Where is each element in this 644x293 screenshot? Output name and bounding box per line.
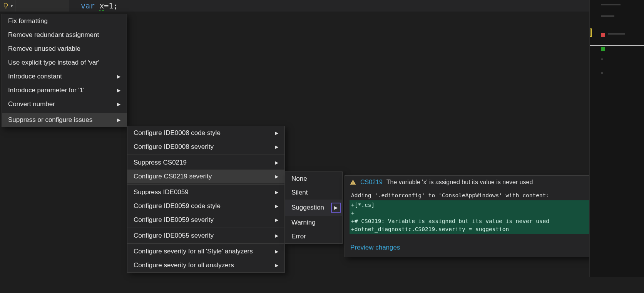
menu-item-label: Convert number xyxy=(8,100,55,108)
menu-item-label: Configure CS0219 severity xyxy=(134,173,212,180)
menu-separator xyxy=(2,112,127,112)
submenu-arrow-icon: ▶ xyxy=(275,160,278,165)
variable-name: x xyxy=(99,1,104,10)
chevron-down-icon: ▾ xyxy=(11,4,13,8)
submenu-arrow-icon: ▶ xyxy=(275,249,278,254)
submenu-arrow-icon: ▶ xyxy=(117,117,120,123)
submenu-arrow-icon: ▶ xyxy=(275,263,278,268)
menu-item[interactable]: Configure IDE0008 code style▶ xyxy=(127,126,284,140)
menu-item[interactable]: Suggestion▶ xyxy=(285,200,342,216)
submenu-arrow-icon: ▶ xyxy=(275,203,278,209)
menu-item[interactable]: Remove redundant assignment xyxy=(2,28,127,42)
preview-body: Adding '.editorconfig' to 'ConsoleAppWin… xyxy=(345,189,600,239)
menu-item-label: Remove unused variable xyxy=(8,45,80,53)
menu-item-label: Introduce parameter for '1' xyxy=(8,87,84,94)
editor-gutter xyxy=(15,0,69,12)
menu-item-label: Use explicit type instead of 'var' xyxy=(8,59,99,67)
menu-item[interactable]: Remove unused variable xyxy=(2,42,127,56)
menu-item[interactable]: Introduce parameter for '1'▶ xyxy=(2,83,127,97)
submenu-arrow-icon: ▶ xyxy=(275,190,278,195)
menu-item-label: Introduce constant xyxy=(8,73,62,80)
submenu-arrow-icon: ▶ xyxy=(117,74,120,79)
preview-header: CS0219 The variable 'x' is assigned but … xyxy=(345,176,600,189)
menu-item[interactable]: Configure IDE0059 severity▶ xyxy=(127,213,284,227)
menu-item-label: Configure IDE0008 severity xyxy=(134,143,214,151)
menu-item-label: Suppress or configure issues xyxy=(8,116,92,124)
menu-item-label: Configure severity for all analyzers xyxy=(134,261,234,269)
svg-rect-1 xyxy=(353,181,353,183)
code-text[interactable]: var x =1; xyxy=(69,0,118,12)
menu-item[interactable]: Configure IDE0059 code style▶ xyxy=(127,199,284,213)
menu-item-label: Suggestion xyxy=(291,204,324,211)
submenu-arrow-icon: ▶ xyxy=(117,88,120,93)
menu-item-label: Configure severity for all 'Style' analy… xyxy=(134,248,253,255)
menu-item[interactable]: Suppress or configure issues▶ xyxy=(2,113,127,127)
menu-separator xyxy=(127,155,284,155)
menu-item[interactable]: Convert number▶ xyxy=(2,97,127,111)
menu-item-label: Remove redundant assignment xyxy=(8,31,99,39)
diagnostic-code: CS0219 xyxy=(360,179,383,186)
menu-separator xyxy=(127,184,284,185)
menu-separator xyxy=(127,243,284,244)
menu-item[interactable]: Configure CS0219 severity▶ xyxy=(127,170,284,183)
menu-item-label: Configure IDE0059 severity xyxy=(134,216,214,224)
menu-item[interactable]: Configure severity for all analyzers▶ xyxy=(127,258,284,272)
suppress-configure-submenu: Configure IDE0008 code style▶Configure I… xyxy=(127,126,285,273)
menu-item[interactable]: Silent xyxy=(285,186,342,200)
warning-icon xyxy=(350,179,356,186)
lightbulb-icon xyxy=(2,2,9,9)
minimap[interactable] xyxy=(589,0,644,277)
preview-pane: CS0219 The variable 'x' is assigned but … xyxy=(345,175,601,257)
menu-item[interactable]: None xyxy=(285,172,342,186)
keyword: var xyxy=(81,1,95,10)
submenu-arrow-icon: ▶ xyxy=(275,233,278,238)
code-rest: =1; xyxy=(104,1,118,10)
preview-changes-link[interactable]: Preview changes xyxy=(350,244,400,251)
menu-item[interactable]: Configure severity for all 'Style' analy… xyxy=(127,245,284,258)
menu-item[interactable]: Configure IDE0055 severity▶ xyxy=(127,229,284,243)
quick-actions-button[interactable]: ▾ xyxy=(0,0,15,12)
menu-item-label: Silent xyxy=(291,189,308,196)
menu-item-label: Configure IDE0055 severity xyxy=(134,232,214,240)
diff-line: +# CS0219: Variable is assigned but its … xyxy=(350,217,595,225)
menu-item[interactable]: Fix formatting xyxy=(2,14,127,28)
severity-submenu: NoneSilentSuggestion▶WarningError xyxy=(285,171,343,244)
diff-line: +dotnet_diagnostic.CS0219.severity = sug… xyxy=(350,225,595,233)
menu-item-label: Error xyxy=(291,233,306,240)
menu-item-label: Configure IDE0059 code style xyxy=(134,202,221,210)
submenu-arrow-icon: ▶ xyxy=(331,203,341,213)
preview-message: Adding '.editorconfig' to 'ConsoleAppWin… xyxy=(350,191,595,200)
menu-item[interactable]: Suppress IDE0059▶ xyxy=(127,185,284,199)
menu-item-label: Configure IDE0008 code style xyxy=(134,129,221,137)
menu-item[interactable]: Error xyxy=(285,230,342,243)
diff-line: +[*.cs] xyxy=(350,201,595,209)
svg-rect-2 xyxy=(353,183,353,184)
menu-item[interactable]: Configure IDE0008 severity▶ xyxy=(127,140,284,154)
submenu-arrow-icon: ▶ xyxy=(275,217,278,223)
quick-actions-menu: Fix formattingRemove redundant assignmen… xyxy=(2,14,127,127)
menu-item[interactable]: Use explicit type instead of 'var' xyxy=(2,56,127,70)
menu-item-label: Fix formatting xyxy=(8,17,48,25)
diff-line: + xyxy=(350,209,595,217)
menu-item[interactable]: Warning xyxy=(285,216,342,230)
menu-separator xyxy=(127,228,284,228)
menu-item-label: Suppress IDE0059 xyxy=(134,188,189,196)
editor-line: ▾ var x =1; xyxy=(0,0,644,12)
submenu-arrow-icon: ▶ xyxy=(275,174,278,179)
menu-item[interactable]: Suppress CS0219▶ xyxy=(127,156,284,170)
preview-footer: Preview changes xyxy=(345,239,600,257)
diagnostic-description: The variable 'x' is assigned but its val… xyxy=(386,179,533,186)
submenu-arrow-icon: ▶ xyxy=(117,102,120,107)
menu-item-label: Suppress CS0219 xyxy=(134,159,187,166)
menu-item[interactable]: Introduce constant▶ xyxy=(2,70,127,83)
submenu-arrow-icon: ▶ xyxy=(275,144,278,150)
submenu-arrow-icon: ▶ xyxy=(275,130,278,136)
menu-item-label: Warning xyxy=(291,219,316,226)
menu-item-label: None xyxy=(291,175,307,183)
diff-block: +[*.cs] + +# CS0219: Variable is assigne… xyxy=(350,200,595,234)
